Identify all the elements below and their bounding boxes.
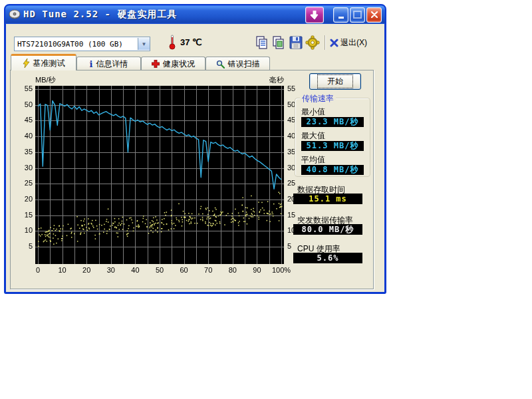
exit-label: 退出(X) [340, 37, 367, 49]
maximize-icon [353, 11, 362, 19]
temperature-value: 37 ℃ [180, 37, 202, 47]
window-title: HD Tune 2.52 - 硬盘实用工具 [23, 9, 304, 21]
info-icon: i [90, 59, 93, 69]
cpu-usage-display-wrap: 5.6% [293, 253, 362, 263]
close-button[interactable] [366, 7, 382, 23]
benchmark-chart [21, 75, 303, 277]
temperature-indicator: 37 ℃ [168, 34, 202, 50]
tab-label: 错误扫描 [228, 59, 260, 70]
copy-image-button[interactable] [270, 34, 287, 51]
hard-disk-icon [9, 9, 21, 20]
drive-select-value: HTS721010G9AT00 (100 GB) [15, 40, 138, 49]
min-value-display: 23.3 MB/秒 [301, 117, 364, 127]
minimize-button[interactable] [333, 7, 348, 23]
group-title: 传输速率 [300, 93, 336, 104]
thermometer-icon [168, 34, 176, 50]
options-button[interactable] [304, 34, 321, 51]
start-button-label: 开始 [317, 74, 353, 88]
tab-label: 信息详情 [96, 59, 128, 70]
access-time-display-wrap: 15.1 ms [293, 194, 362, 204]
benchmark-icon [23, 59, 30, 68]
avg-value-display: 40.8 MB/秒 [301, 165, 364, 175]
titlebar[interactable]: HD Tune 2.52 - 硬盘实用工具 [5, 5, 385, 24]
start-button[interactable]: 开始 [309, 73, 361, 90]
drive-select[interactable]: HTS721010G9AT00 (100 GB) ▼ [14, 37, 150, 51]
cpu-usage-display: 5.6% [293, 253, 362, 263]
access-time-display: 15.1 ms [293, 194, 362, 204]
copy-image-icon [271, 35, 286, 50]
save-button[interactable] [287, 34, 304, 51]
tab-label: 基准测试 [33, 58, 65, 69]
toolbar-separator [325, 35, 325, 50]
minimize-icon [338, 17, 344, 19]
copy-text-icon [255, 35, 269, 50]
close-icon [371, 11, 378, 18]
min-label: 最小值 [301, 106, 364, 116]
health-icon [152, 60, 160, 68]
dropdown-arrow-icon[interactable]: ▼ [138, 38, 150, 50]
exit-button[interactable]: 退出(X) [330, 37, 367, 49]
burst-rate-display-wrap: 80.0 MB/秒 [293, 224, 362, 235]
avg-label: 平均值 [301, 154, 364, 164]
save-icon [289, 35, 303, 50]
tab-error-scan[interactable]: 错误扫描 [205, 57, 270, 70]
scan-icon [216, 60, 225, 68]
exit-icon [330, 39, 338, 47]
options-icon [305, 35, 320, 50]
maximize-button[interactable] [350, 7, 365, 23]
down-arrow-icon [311, 11, 319, 19]
app-window: HD Tune 2.52 - 硬盘实用工具 HTS721010G9AT00 (1… [4, 4, 386, 294]
burst-rate-display: 80.0 MB/秒 [293, 224, 362, 235]
download-arrow-button[interactable] [305, 7, 324, 23]
tab-info[interactable]: i 信息详情 [76, 57, 141, 70]
tab-label: 健康状况 [163, 59, 195, 70]
max-label: 最大值 [301, 130, 364, 140]
tab-health[interactable]: 健康状况 [141, 57, 205, 70]
tab-benchmark[interactable]: 基准测试 [11, 54, 76, 70]
transfer-rate-group: 传输速率 最小值 23.3 MB/秒 最大值 51.3 MB/秒 平均值 40.… [295, 98, 370, 177]
max-value-display: 51.3 MB/秒 [301, 141, 364, 151]
copy-text-button[interactable] [253, 34, 270, 51]
